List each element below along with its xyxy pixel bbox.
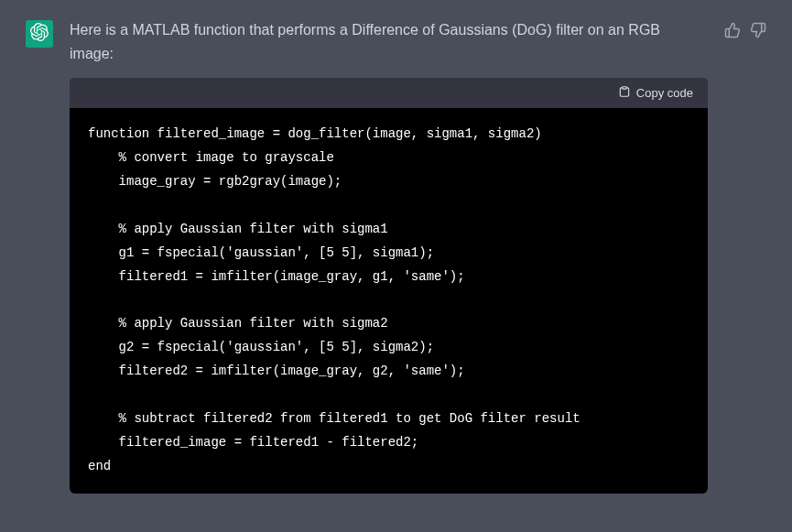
- code-content[interactable]: function filtered_image = dog_filter(ima…: [70, 108, 708, 493]
- assistant-avatar: [26, 20, 53, 48]
- assistant-message: Here is a MATLAB function that performs …: [0, 0, 792, 512]
- message-text: Here is a MATLAB function that performs …: [70, 18, 708, 65]
- feedback-buttons: [724, 22, 766, 494]
- thumbs-up-button[interactable]: [724, 22, 741, 38]
- copy-code-label: Copy code: [636, 86, 693, 100]
- clipboard-icon: [618, 85, 631, 101]
- code-header: Copy code: [70, 78, 708, 108]
- thumbs-down-button[interactable]: [750, 22, 766, 38]
- message-body: Here is a MATLAB function that performs …: [70, 18, 708, 494]
- openai-logo-icon: [30, 23, 49, 45]
- copy-code-button[interactable]: Copy code: [618, 85, 693, 101]
- svg-rect-0: [623, 87, 627, 89]
- code-block: Copy code function filtered_image = dog_…: [70, 78, 708, 493]
